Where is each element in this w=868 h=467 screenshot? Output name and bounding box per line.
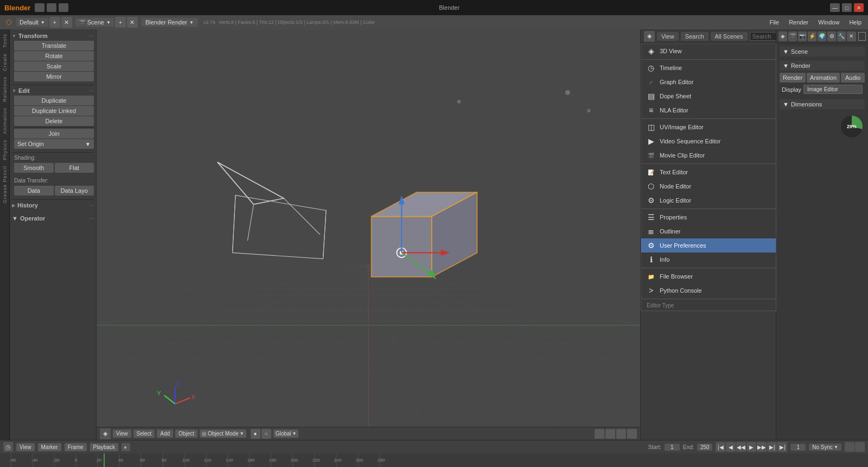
edit-header[interactable]: ▼ Edit —: [12, 86, 94, 95]
data-layo-btn[interactable]: Data Layo: [55, 186, 94, 195]
render-menu[interactable]: Render: [784, 18, 813, 27]
editor-logic-editor[interactable]: ⚙ Logic Editor: [641, 193, 776, 207]
vp-icon-3[interactable]: [616, 429, 626, 439]
help-menu[interactable]: Help: [845, 18, 866, 27]
render-btn[interactable]: Render: [780, 73, 806, 83]
delete-btn[interactable]: Delete: [14, 116, 94, 126]
sub-icon-6[interactable]: ⚙: [827, 31, 836, 41]
editor-node-editor[interactable]: ⬡ Node Editor: [641, 179, 776, 193]
animation-btn[interactable]: Animation: [807, 73, 840, 83]
editor-graph-editor[interactable]: ⟋ Graph Editor: [641, 75, 776, 89]
sync-dropdown[interactable]: No Sync ▼: [809, 444, 841, 451]
audio-btn[interactable]: Audio: [841, 73, 865, 83]
next-frame-btn[interactable]: ▶|: [767, 442, 777, 452]
top-menus[interactable]: File Render Window Help: [765, 18, 866, 27]
mirror-btn[interactable]: Mirror: [14, 72, 94, 81]
end-frame-input[interactable]: 250: [697, 444, 712, 451]
editor-outliner[interactable]: ≣ Outliner: [641, 224, 776, 238]
current-frame-input[interactable]: 1: [790, 444, 806, 451]
sub-icon-5[interactable]: 🌍: [818, 31, 826, 41]
file-menu[interactable]: File: [765, 18, 783, 27]
translate-btn[interactable]: Translate: [14, 41, 94, 51]
smooth-btn[interactable]: Smooth: [14, 163, 54, 173]
editor-3d-view[interactable]: ◈ 3D View: [641, 44, 776, 58]
prev-frame-btn[interactable]: ◀: [726, 442, 736, 452]
vp-icon-1[interactable]: [595, 429, 604, 439]
scale-btn[interactable]: Scale: [14, 61, 94, 71]
sub-icon-4[interactable]: ⚡: [808, 31, 816, 41]
stop-btn[interactable]: ▶: [746, 442, 756, 452]
remove-scene-btn[interactable]: ✕: [127, 17, 138, 28]
object-menu-btn[interactable]: Object: [175, 430, 197, 438]
vp-icon-2[interactable]: [605, 429, 615, 439]
mode-dropdown[interactable]: ◎ Object Mode ▼: [200, 430, 246, 438]
add-menu-btn[interactable]: Add: [157, 430, 173, 438]
editor-nla-editor[interactable]: ≡ NLA Editor: [641, 103, 776, 117]
skip-end-btn[interactable]: ▶|: [777, 442, 787, 452]
editor-uv-image[interactable]: ◫ UV/Image Editor: [641, 120, 776, 134]
duplicate-linked-btn[interactable]: Duplicate Linked: [14, 106, 94, 116]
editor-video-sequence[interactable]: ▶ Video Sequence Editor: [641, 134, 776, 148]
sub-icon-1[interactable]: ◈: [778, 31, 787, 41]
timeline-view-btn[interactable]: View: [16, 443, 35, 451]
play-btn[interactable]: ▶▶: [757, 442, 767, 452]
display-dropdown[interactable]: Image Editor: [803, 85, 863, 94]
timeline-marker-btn[interactable]: Marker: [38, 443, 61, 451]
scene-selector[interactable]: 🎬 Scene ▼: [75, 18, 114, 27]
viewport[interactable]: User Persp: [97, 29, 640, 440]
close-btn[interactable]: ✕: [854, 3, 864, 12]
operator-header[interactable]: ▼ Operator —: [12, 214, 94, 223]
engine-selector[interactable]: Blender Render ▼: [141, 18, 198, 27]
editor-info[interactable]: ℹ Info: [641, 253, 776, 267]
history-header[interactable]: ▶ History —: [12, 201, 94, 210]
vp-icon-4[interactable]: [627, 429, 637, 439]
data-btn[interactable]: Data: [14, 186, 54, 195]
duplicate-btn[interactable]: Duplicate: [14, 96, 94, 105]
view-menu-btn[interactable]: View: [113, 430, 131, 438]
editor-movie-clip[interactable]: 🎬 Movie Clip Editor: [641, 148, 776, 162]
maximize-btn[interactable]: □: [842, 3, 852, 12]
skip-start-btn[interactable]: |◀: [716, 442, 725, 452]
dimensions-section-header[interactable]: ▼ Dimensions: [780, 99, 865, 109]
select-menu-btn[interactable]: Select: [133, 430, 155, 438]
timeline-icon-btn[interactable]: ◷: [3, 442, 13, 452]
minimize-btn[interactable]: —: [830, 3, 840, 12]
sub-icon-2[interactable]: 🎬: [788, 31, 797, 41]
window-controls[interactable]: — □ ✕: [830, 3, 864, 12]
view-tab[interactable]: View: [657, 32, 679, 41]
play-back-btn[interactable]: ◀◀: [736, 442, 746, 452]
workspace-selector[interactable]: Default ▼: [16, 18, 48, 27]
editor-user-preferences[interactable]: ⚙ User Preferences: [641, 238, 776, 253]
editor-timeline[interactable]: ◷ Timeline: [641, 61, 776, 75]
editor-text-editor[interactable]: 📝 Text Editor: [641, 165, 776, 179]
global-dropdown[interactable]: Global ▼: [273, 430, 299, 438]
add-scene-btn[interactable]: +: [115, 17, 126, 28]
editor-dope-sheet[interactable]: ▤ Dope Sheet: [641, 89, 776, 103]
rotate-btn[interactable]: Rotate: [14, 51, 94, 61]
frame-indicator[interactable]: ●: [122, 443, 130, 451]
sub-icon-7[interactable]: 🔧: [837, 31, 846, 41]
editor-python-console[interactable]: > Python Console: [641, 283, 776, 298]
transform-header[interactable]: ▼ Transform —: [12, 31, 94, 40]
sub-icon-8[interactable]: ✕: [847, 31, 856, 41]
timeline-frame-btn[interactable]: Frame: [65, 443, 87, 451]
sub-icon-3[interactable]: 📷: [798, 31, 807, 41]
join-btn[interactable]: Join: [14, 129, 94, 138]
shading-wire-btn[interactable]: ○: [261, 429, 271, 439]
sub-lock-btn[interactable]: [858, 32, 866, 41]
set-origin-dropdown[interactable]: Set Origin ▼: [14, 139, 94, 149]
viewport-icon-btn[interactable]: ◈: [100, 428, 111, 439]
window-menu[interactable]: Window: [814, 18, 844, 27]
search-tab[interactable]: Search: [681, 32, 709, 41]
shading-solid-btn[interactable]: ●: [251, 429, 260, 439]
editor-properties[interactable]: ☰ Properties: [641, 210, 776, 224]
right-panel-icon[interactable]: ◈: [644, 31, 655, 42]
all-scenes-tab[interactable]: All Scenes: [711, 32, 748, 41]
flat-btn[interactable]: Flat: [55, 163, 94, 173]
scene-section-header[interactable]: ▼ Scene: [780, 47, 865, 56]
add-screen-btn[interactable]: +: [49, 17, 60, 28]
render-section-header[interactable]: ▼ Render: [780, 61, 865, 71]
timeline-pin-btn[interactable]: [855, 442, 865, 452]
remove-screen-btn[interactable]: ✕: [61, 17, 72, 28]
blender-icon-btn[interactable]: ⬡: [2, 16, 15, 28]
